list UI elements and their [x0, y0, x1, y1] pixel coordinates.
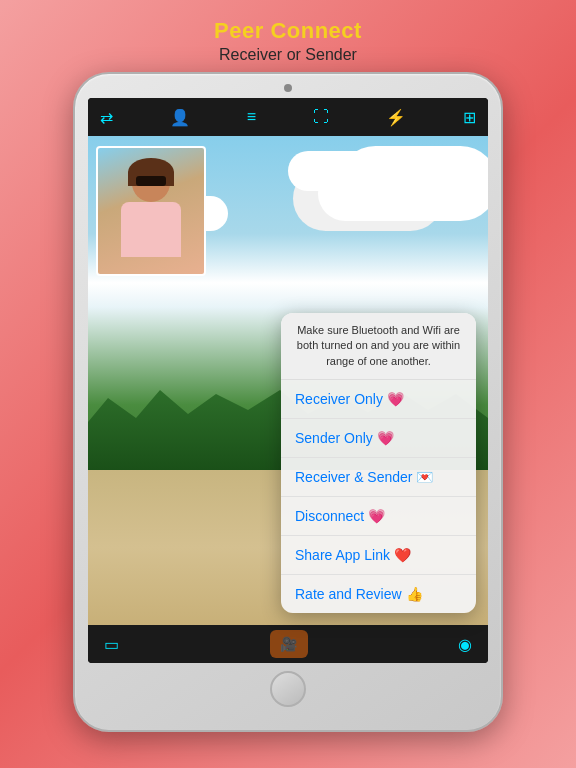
- camera-icon: 🎥: [280, 636, 297, 652]
- cloud-decoration: [288, 151, 388, 191]
- ipad-camera: [284, 84, 292, 92]
- popup-menu-item[interactable]: Receiver & Sender 💌: [281, 458, 476, 497]
- fullscreen-icon[interactable]: ⛶: [313, 108, 329, 126]
- page-header: Peer Connect Receiver or Sender: [214, 0, 362, 64]
- equalizer-icon[interactable]: ≡: [247, 108, 256, 126]
- popup-menu-item[interactable]: Rate and Review 👍: [281, 575, 476, 613]
- popup-menu-item[interactable]: Share App Link ❤️: [281, 536, 476, 575]
- popup-menu: Make sure Bluetooth and Wifi are both tu…: [281, 313, 476, 613]
- contacts-icon[interactable]: 👤: [170, 108, 190, 127]
- person-sunglasses: [136, 176, 166, 186]
- ipad-bottom-bar: [270, 671, 306, 707]
- selfie-person: [106, 164, 196, 274]
- ipad-frame: ⇄ 👤 ≡ ⛶ ⚡ ⊞ Make: [73, 72, 503, 732]
- ipad-screen: ⇄ 👤 ≡ ⛶ ⚡ ⊞ Make: [88, 98, 488, 663]
- signal-icon[interactable]: ◉: [458, 635, 472, 654]
- page-subtitle: Receiver or Sender: [214, 46, 362, 64]
- gallery-icon[interactable]: ▭: [104, 635, 119, 654]
- pip-selfie-view: [96, 146, 206, 276]
- home-button[interactable]: [270, 671, 306, 707]
- person-body: [121, 202, 181, 257]
- popup-tip: Make sure Bluetooth and Wifi are both tu…: [281, 313, 476, 380]
- grid-icon[interactable]: ⊞: [463, 108, 476, 127]
- screen-toolbar: ⇄ 👤 ≡ ⛶ ⚡ ⊞: [88, 98, 488, 136]
- video-camera-button[interactable]: 🎥: [270, 630, 308, 658]
- person-head: [132, 164, 170, 202]
- page-title: Peer Connect: [214, 18, 362, 44]
- screen-bottom-toolbar: ▭ 🎥 ◉: [88, 625, 488, 663]
- flash-icon[interactable]: ⚡: [386, 108, 406, 127]
- popup-menu-item[interactable]: Disconnect 💗: [281, 497, 476, 536]
- popup-menu-item[interactable]: Receiver Only 💗: [281, 380, 476, 419]
- popup-menu-item[interactable]: Sender Only 💗: [281, 419, 476, 458]
- shuffle-icon[interactable]: ⇄: [100, 108, 113, 127]
